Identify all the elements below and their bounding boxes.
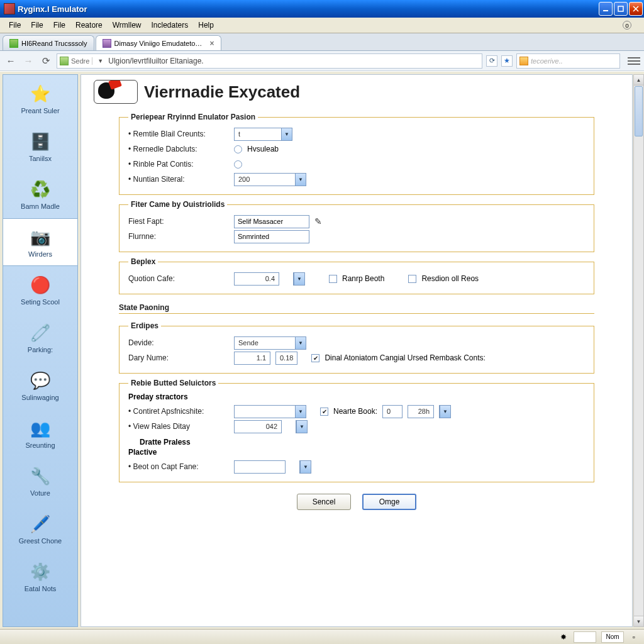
tab-label: Dimasy Viniigo Emudateton.. [114, 40, 203, 47]
captfane-dd[interactable]: ▼ [299, 460, 311, 474]
address-input[interactable]: Sedre ▼ Ulgion/levrtfiluiltor Eltaniage. [57, 53, 482, 69]
dabcluts-radio[interactable] [234, 145, 242, 153]
page-title: Vierrnadie Exycated [144, 82, 300, 102]
chevron-down-icon[interactable]: ▼ [440, 406, 450, 418]
menu-item[interactable]: File [48, 18, 70, 32]
menu-item[interactable]: Wrmllew [108, 18, 147, 32]
sidebar-item[interactable]: 💬Sulinwaging [3, 362, 77, 409]
field-label: Rernedle Dabcluts: [128, 145, 229, 153]
nearte-a[interactable]: 0 [382, 405, 402, 418]
status-zoom-icon[interactable]: ▫ [629, 632, 639, 642]
dinal-checkbox[interactable]: ✔ [311, 354, 319, 362]
vertical-scrollbar[interactable]: ▲ ▼ [633, 74, 644, 627]
sidebar-item[interactable]: 📷Wirders [3, 218, 78, 266]
siteral-combo[interactable]: 200▼ [234, 173, 306, 186]
captfane-combo[interactable] [234, 460, 286, 474]
app-icon [4, 3, 15, 14]
cancel-button[interactable]: Sencel [297, 494, 351, 510]
chevron-down-icon[interactable]: ▼ [296, 421, 307, 433]
checkbox-label: Resdion oll Reos [421, 274, 479, 283]
scroll-up-icon[interactable]: ▲ [634, 75, 643, 86]
sidebar-item-label: Sreunting [25, 441, 55, 449]
group-legend: Beplex [128, 257, 158, 266]
sync-icon[interactable]: ⟳ [486, 55, 497, 67]
sidebar-item-label: Eatal Nots [25, 585, 57, 592]
scroll-track[interactable] [634, 137, 643, 616]
hamburger-menu-icon[interactable] [628, 55, 640, 67]
chevron-down-icon[interactable]: ▼ [95, 58, 106, 64]
darynume-b[interactable]: 0.18 [275, 352, 297, 365]
help-icon[interactable]: o [623, 21, 631, 30]
chevron-down-icon[interactable]: ▼ [300, 461, 311, 473]
reload-button[interactable]: ⟳ [39, 54, 53, 68]
field-label: Rinble Pat Contis: [128, 160, 229, 169]
sidebar-item[interactable]: ⭐Preant Suler [3, 75, 77, 123]
sidebar-item[interactable]: ⚙️Eatal Nots [3, 553, 77, 601]
bookmark-icon[interactable]: ★ [501, 55, 513, 67]
chevron-down-icon[interactable]: ▼ [295, 337, 306, 349]
sidebar-item-icon: 🧷 [30, 322, 51, 343]
sidebar-item[interactable]: 🗄️Taniilsx [3, 123, 77, 170]
settings-form: Periepear Rryinnd Enulator Pasion Remtil… [81, 108, 632, 516]
flurnne-input[interactable] [234, 230, 309, 243]
darynume-a[interactable]: 1.1 [234, 352, 270, 365]
reos-checkbox[interactable] [408, 275, 416, 283]
status-gear-icon[interactable]: ✸ [558, 632, 569, 642]
chevron-down-icon[interactable]: ▼ [295, 174, 306, 186]
sidebar-item[interactable]: 👥Sreunting [3, 409, 77, 457]
status-cell-label: Nom [601, 631, 624, 643]
menu-item[interactable]: File [4, 18, 26, 32]
cafe-combo[interactable]: 0.4 [234, 272, 279, 286]
devide-combo[interactable]: Sende▼ [234, 336, 306, 350]
field-label: Remtile Blail Creunts: [128, 130, 229, 138]
nearte-checkbox[interactable]: ✔ [320, 408, 328, 416]
chevron-down-icon[interactable]: ▼ [295, 406, 306, 418]
tab-active[interactable]: Dimasy Viniigo Emudateton.. × [96, 35, 221, 50]
sidebar-item-icon: 🔧 [30, 465, 51, 487]
patcontis-radio[interactable] [234, 160, 242, 169]
apsfnicshite-combo[interactable]: ▼ [234, 405, 306, 418]
ok-button[interactable]: Omge [362, 494, 416, 510]
search-input[interactable]: tecoerive.. [516, 53, 620, 69]
search-placeholder: tecoerive.. [531, 57, 563, 65]
sidebar-item-label: Taniilsx [29, 155, 52, 162]
chevron-down-icon[interactable]: ▼ [281, 128, 292, 140]
combo-value: 0.18 [276, 354, 297, 362]
close-button[interactable] [629, 2, 643, 16]
nearte-dd[interactable]: ▼ [439, 405, 451, 418]
cafe-stepper[interactable]: ▼ [293, 272, 305, 286]
fapt-input[interactable] [234, 215, 309, 228]
title-bar: Ryginx.l Emulator [0, 0, 644, 18]
tab-close-icon[interactable]: × [210, 39, 214, 48]
secure-label: Sedre [71, 57, 92, 65]
maximize-button[interactable] [614, 2, 628, 16]
tab-inactive[interactable]: HI6Reand Trucsssoly [3, 35, 94, 50]
sidebar-item[interactable]: 🧷Parking: [3, 314, 77, 362]
ditay-combo[interactable]: 042 [234, 420, 282, 433]
scroll-down-icon[interactable]: ▼ [634, 616, 643, 626]
minimize-button[interactable] [599, 2, 613, 16]
ditay-dd[interactable]: ▼ [296, 420, 308, 433]
nearte-b[interactable]: 28h [408, 405, 434, 418]
chevron-down-icon[interactable]: ▼ [294, 273, 304, 285]
back-button[interactable]: ← [4, 54, 18, 68]
menu-item[interactable]: Help [193, 18, 219, 32]
menu-item[interactable]: Incledaters [147, 18, 194, 32]
combo-value: 0 [383, 408, 402, 415]
checkbox-label: Nearte Book: [333, 407, 377, 416]
sidebar-item[interactable]: 🔴Seting Scool [3, 266, 77, 314]
creunts-combo[interactable]: t▼ [234, 128, 292, 141]
sidebar-item[interactable]: 🔧Voture [3, 457, 77, 505]
beoth-checkbox[interactable] [329, 275, 337, 283]
field-label: Devide: [128, 338, 229, 347]
sidebar-item-label: Greest Chone [19, 537, 62, 545]
menu-item[interactable]: File [26, 18, 48, 32]
combo-value: 1.1 [235, 354, 270, 362]
forward-button[interactable]: → [21, 54, 35, 68]
sidebar-item[interactable]: ♻️Bamn Madle [3, 170, 77, 218]
sidebar-item-label: Seting Scool [21, 298, 60, 306]
sidebar-item[interactable]: 🖊️Greest Chone [3, 505, 77, 553]
menu-item[interactable]: Reatore [70, 18, 108, 32]
wand-icon[interactable]: ✎ [314, 216, 322, 226]
scroll-thumb[interactable] [635, 86, 643, 136]
